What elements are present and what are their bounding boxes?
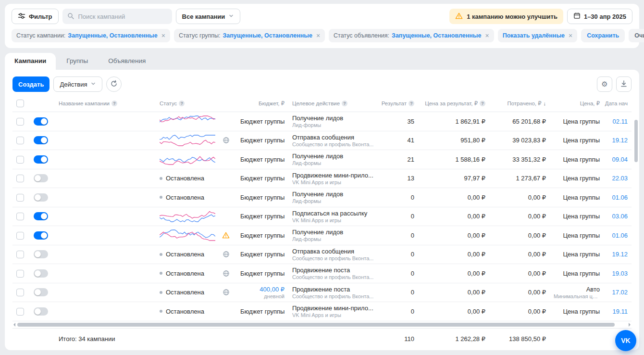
table-row[interactable]: ОстановленаБюджет группыПродвижение мини… <box>12 169 632 189</box>
scroll-right-icon[interactable] <box>629 323 631 327</box>
table-row[interactable]: ОстановленаБюджет группыОтправка сообщен… <box>12 245 632 265</box>
campaign-toggle[interactable] <box>34 136 48 144</box>
table-row[interactable]: Остановлена400,00 ₽дневнойПродвижение по… <box>12 283 632 303</box>
actions-dropdown[interactable]: Действия <box>53 76 102 92</box>
row-checkbox[interactable] <box>16 270 24 278</box>
tab-ads[interactable]: Объявления <box>99 53 155 70</box>
campaign-name[interactable] <box>55 291 156 294</box>
campaign-toggle[interactable] <box>34 269 48 278</box>
campaign-name[interactable] <box>55 139 156 142</box>
campaign-toggle[interactable] <box>34 212 48 220</box>
remove-chip-icon[interactable]: × <box>569 32 572 39</box>
start-date-link[interactable]: 17.02 <box>612 289 628 296</box>
row-checkbox[interactable] <box>16 137 24 144</box>
remove-chip-icon[interactable]: × <box>485 32 489 39</box>
campaign-toggle[interactable] <box>34 117 48 126</box>
cost-per-result-cell: 0,00 ₽ <box>418 249 489 260</box>
table-row[interactable]: Бюджет группыПолучение лидовЛид-формы00,… <box>12 226 632 245</box>
improve-badge[interactable]: 1 кампанию можно улучшить <box>449 9 563 24</box>
campaign-name[interactable] <box>55 233 156 237</box>
row-checkbox[interactable] <box>16 156 24 164</box>
start-date-link[interactable]: 01.06 <box>612 194 628 201</box>
row-checkbox[interactable] <box>16 251 24 258</box>
horizontal-scrollbar[interactable] <box>12 321 632 328</box>
select-all-checkbox[interactable] <box>16 100 24 107</box>
row-checkbox[interactable] <box>16 289 24 296</box>
start-date-link[interactable]: 19.12 <box>612 137 628 144</box>
start-date-link[interactable]: 22.03 <box>612 175 628 182</box>
row-checkbox[interactable] <box>16 213 24 220</box>
table-row[interactable]: Бюджет группыПодписаться на рассылкуVK M… <box>12 207 632 227</box>
tab-groups[interactable]: Группы <box>57 53 98 70</box>
campaign-name[interactable] <box>55 177 156 180</box>
row-checkbox[interactable] <box>16 118 24 126</box>
column-header-name[interactable]: Название кампании? <box>55 101 156 106</box>
start-date-link[interactable]: 02.11 <box>612 118 628 125</box>
campaign-toggle[interactable] <box>34 231 48 240</box>
search-input[interactable] <box>77 13 167 21</box>
column-header-result[interactable]: Результат? <box>380 101 418 106</box>
column-header-budget[interactable]: Бюджет, ₽ <box>236 100 288 107</box>
row-checkbox[interactable] <box>16 175 24 182</box>
filter-chip[interactable]: Статус группы: Запущенные, Остановленные… <box>174 29 325 42</box>
scroll-left-icon[interactable] <box>13 323 15 327</box>
campaign-toggle[interactable] <box>34 193 48 202</box>
campaign-scope-select[interactable]: Все кампании <box>176 9 241 24</box>
vertical-scrollbar[interactable] <box>634 120 638 162</box>
campaign-toggle[interactable] <box>34 307 48 316</box>
table-row[interactable]: ОстановленаБюджет группыПродвижение пост… <box>12 264 632 283</box>
tab-campaigns[interactable]: Кампании <box>5 53 56 70</box>
campaign-name[interactable] <box>55 119 156 123</box>
campaign-name[interactable] <box>55 195 156 199</box>
table-row[interactable]: Бюджет группыОтправка сообщенияСообществ… <box>12 131 632 151</box>
column-header-date[interactable]: Дата нач <box>604 101 632 106</box>
date-range-button[interactable]: 1–30 апр 2025 <box>567 9 632 24</box>
column-header-spent[interactable]: Потрачено, ₽↓ <box>489 100 550 107</box>
hscroll-thumb[interactable] <box>17 323 615 327</box>
create-button[interactable]: Создать <box>12 76 50 92</box>
start-date-link[interactable]: 19.12 <box>612 251 628 258</box>
remove-chip-icon[interactable]: × <box>161 32 165 39</box>
row-checkbox[interactable] <box>16 308 24 316</box>
chip-prefix: Статус кампании: <box>16 32 65 39</box>
campaign-toggle[interactable] <box>34 250 48 258</box>
start-date-link[interactable]: 19.11 <box>612 308 628 315</box>
column-header-status[interactable]: Статус? <box>156 101 236 106</box>
start-date-link[interactable]: 01.06 <box>612 232 628 239</box>
save-filters-button[interactable]: Сохранить <box>581 29 625 42</box>
campaign-name[interactable] <box>55 253 156 256</box>
budget-value[interactable]: 400,00 ₽ <box>240 286 285 293</box>
filter-chip[interactable]: Показать удалённые× <box>498 29 578 42</box>
row-checkbox[interactable] <box>16 194 24 202</box>
campaign-name[interactable] <box>55 271 156 275</box>
warning-icon[interactable] <box>222 231 230 239</box>
column-header-action[interactable]: Целевое действие? <box>288 101 380 106</box>
column-header-cpr[interactable]: Цена за результат, ₽? <box>418 100 489 107</box>
remove-chip-icon[interactable]: × <box>316 32 320 39</box>
chip-list: Статус кампании: Запущенные, Остановленн… <box>12 29 577 42</box>
vk-chat-fab[interactable]: VK <box>615 330 636 351</box>
row-checkbox[interactable] <box>16 232 24 240</box>
clear-filters-button[interactable]: Очистить <box>629 29 644 42</box>
start-date-link[interactable]: 19.03 <box>612 270 628 277</box>
campaign-name[interactable] <box>55 157 156 161</box>
campaign-toggle[interactable] <box>34 288 48 296</box>
table-row[interactable]: ОстановленаБюджет группыПолучение лидовЛ… <box>12 188 632 207</box>
filter-chip[interactable]: Статус объявления: Запущенные, Остановле… <box>329 29 494 42</box>
campaign-toggle[interactable] <box>34 174 48 182</box>
filter-chip[interactable]: Статус кампании: Запущенные, Остановленн… <box>12 29 170 42</box>
table-row[interactable]: Бюджет группыПолучение лидовЛид-формы351… <box>12 112 632 131</box>
table-row[interactable]: Бюджет группыПолучение лидовЛид-формы211… <box>12 150 632 169</box>
filter-button[interactable]: Фильтр <box>12 9 59 24</box>
campaign-name[interactable] <box>55 309 156 313</box>
campaign-name[interactable] <box>55 215 156 218</box>
refresh-button[interactable] <box>106 76 122 92</box>
campaign-toggle[interactable] <box>34 155 48 164</box>
start-date-link[interactable]: 09.04 <box>612 156 628 163</box>
hscroll-track[interactable] <box>17 323 627 327</box>
settings-button[interactable]: ⚙ <box>597 76 612 92</box>
column-header-price[interactable]: Цена, ₽ <box>550 100 604 107</box>
table-row[interactable]: ОстановленаБюджет группыПродвижение мини… <box>12 302 632 321</box>
download-button[interactable] <box>616 76 632 92</box>
start-date-link[interactable]: 03.06 <box>612 213 628 220</box>
